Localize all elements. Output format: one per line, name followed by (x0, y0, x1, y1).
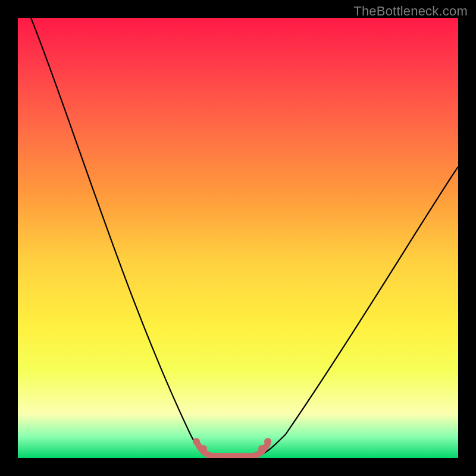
flat-highlight-dot-right2 (258, 445, 265, 452)
flat-highlight-dot-left2 (200, 445, 207, 452)
chart-frame: TheBottleneck.com (0, 0, 476, 476)
flat-highlight-dot-right (264, 438, 271, 445)
flat-highlight-line (198, 444, 268, 456)
plot-area (18, 18, 458, 458)
watermark-text: TheBottleneck.com (353, 4, 468, 19)
flat-highlight-dot-left (193, 438, 200, 445)
curve-svg (18, 18, 458, 458)
bottleneck-curve (31, 18, 458, 456)
